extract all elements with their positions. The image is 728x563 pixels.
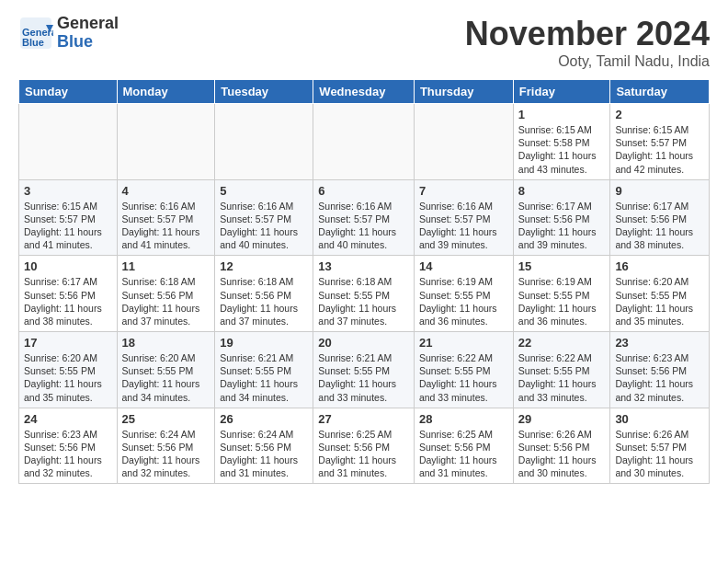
- svg-text:Blue: Blue: [22, 37, 44, 48]
- day-cell: 14Sunrise: 6:19 AMSunset: 5:55 PMDayligh…: [414, 256, 513, 332]
- daylight-label: Daylight: 11 hours and 34 minutes.: [220, 378, 298, 402]
- daylight-label: Daylight: 11 hours and 33 minutes.: [419, 378, 497, 402]
- day-number: 13: [318, 259, 409, 273]
- day-info: Sunrise: 6:20 AMSunset: 5:55 PMDaylight:…: [615, 275, 704, 327]
- daylight-label: Daylight: 11 hours and 31 minutes.: [419, 454, 497, 478]
- sunset-label: Sunset: 5:57 PM: [122, 213, 194, 224]
- daylight-label: Daylight: 11 hours and 37 minutes.: [220, 303, 298, 327]
- day-header-wednesday: Wednesday: [313, 80, 415, 104]
- day-number: 16: [615, 259, 704, 273]
- day-number: 17: [24, 336, 112, 350]
- day-number: 27: [318, 412, 409, 426]
- day-number: 30: [615, 412, 704, 426]
- daylight-label: Daylight: 11 hours and 36 minutes.: [419, 303, 497, 327]
- day-info: Sunrise: 6:17 AMSunset: 5:56 PMDaylight:…: [518, 200, 606, 252]
- day-info: Sunrise: 6:22 AMSunset: 5:55 PMDaylight:…: [419, 351, 508, 404]
- day-cell: 27Sunrise: 6:25 AMSunset: 5:56 PMDayligh…: [313, 408, 415, 484]
- day-cell: [19, 104, 118, 180]
- sunset-label: Sunset: 5:55 PM: [615, 290, 687, 301]
- day-info: Sunrise: 6:15 AMSunset: 5:58 PMDaylight:…: [518, 123, 606, 176]
- day-cell: 30Sunrise: 6:26 AMSunset: 5:57 PMDayligh…: [610, 408, 710, 484]
- day-number: 14: [419, 259, 508, 273]
- day-number: 19: [220, 336, 308, 350]
- calendar-body: 1Sunrise: 6:15 AMSunset: 5:58 PMDaylight…: [19, 104, 710, 484]
- sunset-label: Sunset: 5:55 PM: [24, 365, 96, 376]
- sunset-label: Sunset: 5:55 PM: [518, 290, 590, 301]
- sunrise-label: Sunrise: 6:20 AM: [615, 276, 688, 287]
- daylight-label: Daylight: 11 hours and 39 minutes.: [419, 226, 497, 250]
- page: General Blue General Blue November 2024 …: [0, 0, 728, 493]
- daylight-label: Daylight: 11 hours and 37 minutes.: [318, 303, 396, 327]
- day-info: Sunrise: 6:18 AMSunset: 5:55 PMDaylight:…: [318, 275, 409, 327]
- day-number: 3: [24, 184, 112, 198]
- sunrise-label: Sunrise: 6:26 AM: [615, 429, 688, 440]
- day-info: Sunrise: 6:17 AMSunset: 5:56 PMDaylight:…: [24, 275, 112, 327]
- day-cell: 15Sunrise: 6:19 AMSunset: 5:55 PMDayligh…: [513, 256, 610, 332]
- day-cell: 22Sunrise: 6:22 AMSunset: 5:55 PMDayligh…: [513, 332, 610, 408]
- day-cell: 29Sunrise: 6:26 AMSunset: 5:56 PMDayligh…: [513, 408, 610, 484]
- sunrise-label: Sunrise: 6:18 AM: [318, 276, 392, 287]
- daylight-label: Daylight: 11 hours and 30 minutes.: [615, 454, 693, 478]
- day-cell: [313, 104, 415, 180]
- sunset-label: Sunset: 5:56 PM: [122, 442, 194, 453]
- sunrise-label: Sunrise: 6:15 AM: [615, 124, 688, 135]
- day-number: 15: [518, 259, 606, 273]
- daylight-label: Daylight: 11 hours and 40 minutes.: [318, 226, 396, 250]
- day-header-sunday: Sunday: [19, 80, 118, 104]
- day-cell: [117, 104, 215, 180]
- day-number: 2: [615, 108, 704, 121]
- day-cell: 6Sunrise: 6:16 AMSunset: 5:57 PMDaylight…: [313, 179, 415, 256]
- day-number: 25: [122, 412, 210, 426]
- sunrise-label: Sunrise: 6:20 AM: [24, 352, 97, 363]
- sunset-label: Sunset: 5:57 PM: [615, 442, 687, 453]
- day-number: 18: [122, 336, 210, 350]
- day-cell: 2Sunrise: 6:15 AMSunset: 5:57 PMDaylight…: [610, 104, 710, 180]
- day-cell: 20Sunrise: 6:21 AMSunset: 5:55 PMDayligh…: [313, 332, 415, 408]
- sunrise-label: Sunrise: 6:19 AM: [419, 276, 493, 287]
- week-row-5: 24Sunrise: 6:23 AMSunset: 5:56 PMDayligh…: [19, 408, 710, 484]
- day-info: Sunrise: 6:15 AMSunset: 5:57 PMDaylight:…: [24, 200, 112, 252]
- sunset-label: Sunset: 5:57 PM: [419, 213, 491, 224]
- day-info: Sunrise: 6:15 AMSunset: 5:57 PMDaylight:…: [615, 123, 704, 176]
- day-info: Sunrise: 6:20 AMSunset: 5:55 PMDaylight:…: [24, 351, 112, 404]
- day-cell: 7Sunrise: 6:16 AMSunset: 5:57 PMDaylight…: [414, 179, 513, 256]
- header-row: SundayMondayTuesdayWednesdayThursdayFrid…: [19, 80, 710, 104]
- sunset-label: Sunset: 5:55 PM: [318, 365, 390, 376]
- daylight-label: Daylight: 11 hours and 38 minutes.: [24, 303, 102, 327]
- sunrise-label: Sunrise: 6:16 AM: [318, 201, 392, 212]
- day-header-thursday: Thursday: [414, 80, 513, 104]
- sunset-label: Sunset: 5:56 PM: [518, 213, 590, 224]
- month-title: November 2024: [465, 15, 710, 53]
- sunset-label: Sunset: 5:56 PM: [24, 290, 96, 301]
- logo: General Blue General Blue: [18, 15, 119, 52]
- day-number: 21: [419, 336, 508, 350]
- day-info: Sunrise: 6:25 AMSunset: 5:56 PMDaylight:…: [419, 428, 508, 480]
- daylight-label: Daylight: 11 hours and 31 minutes.: [318, 454, 396, 478]
- day-cell: 24Sunrise: 6:23 AMSunset: 5:56 PMDayligh…: [19, 408, 118, 484]
- daylight-label: Daylight: 11 hours and 37 minutes.: [122, 303, 200, 327]
- day-info: Sunrise: 6:24 AMSunset: 5:56 PMDaylight:…: [122, 428, 210, 480]
- day-info: Sunrise: 6:21 AMSunset: 5:55 PMDaylight:…: [220, 351, 308, 404]
- daylight-label: Daylight: 11 hours and 31 minutes.: [220, 454, 298, 478]
- sunset-label: Sunset: 5:56 PM: [615, 365, 687, 376]
- day-number: 8: [518, 184, 606, 198]
- sunset-label: Sunset: 5:56 PM: [122, 290, 194, 301]
- day-cell: 28Sunrise: 6:25 AMSunset: 5:56 PMDayligh…: [414, 408, 513, 484]
- day-cell: 8Sunrise: 6:17 AMSunset: 5:56 PMDaylight…: [513, 179, 610, 256]
- sunrise-label: Sunrise: 6:22 AM: [518, 352, 592, 363]
- sunset-label: Sunset: 5:56 PM: [318, 442, 390, 453]
- sunrise-label: Sunrise: 6:15 AM: [518, 124, 592, 135]
- day-number: 29: [518, 412, 606, 426]
- day-info: Sunrise: 6:16 AMSunset: 5:57 PMDaylight:…: [220, 200, 308, 252]
- day-number: 10: [24, 259, 112, 273]
- day-header-monday: Monday: [117, 80, 215, 104]
- day-number: 5: [220, 184, 308, 198]
- day-number: 20: [318, 336, 409, 350]
- day-cell: 26Sunrise: 6:24 AMSunset: 5:56 PMDayligh…: [215, 408, 313, 484]
- day-cell: 17Sunrise: 6:20 AMSunset: 5:55 PMDayligh…: [19, 332, 118, 408]
- sunrise-label: Sunrise: 6:25 AM: [318, 429, 392, 440]
- sunset-label: Sunset: 5:56 PM: [220, 290, 291, 301]
- day-number: 26: [220, 412, 308, 426]
- logo-icon: General Blue: [18, 16, 53, 51]
- sunrise-label: Sunrise: 6:17 AM: [518, 201, 592, 212]
